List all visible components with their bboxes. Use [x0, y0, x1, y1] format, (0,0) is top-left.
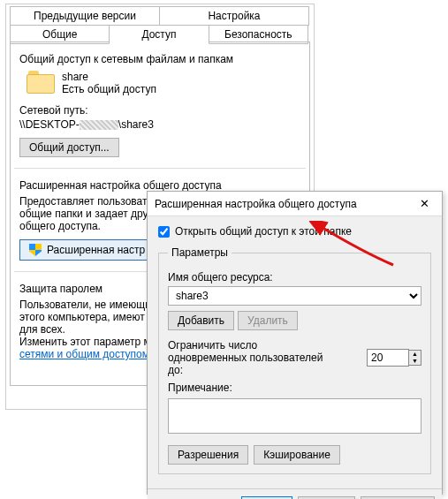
share-state: Есть общий доступ — [62, 83, 156, 95]
note-label: Примечание: — [168, 382, 421, 394]
advanced-sharing-dialog: Расширенная настройка общего доступа ✕ О… — [147, 191, 443, 495]
add-button[interactable]: Добавить — [168, 311, 234, 330]
caching-button[interactable]: Кэширование — [254, 445, 340, 465]
dialog-title: Расширенная настройка общего доступа — [155, 198, 357, 210]
tab-sharing[interactable]: Доступ — [109, 25, 209, 44]
share-name-label: Имя общего ресурса: — [168, 271, 421, 284]
uac-shield-icon — [29, 244, 42, 256]
tab-customize[interactable]: Настройка — [159, 6, 309, 26]
share-folder-checkbox[interactable] — [158, 226, 170, 238]
share-folder-checkbox-row[interactable]: Открыть общий доступ к этой папке — [158, 225, 431, 238]
spinner-down[interactable]: ▼ — [409, 358, 421, 365]
spinner-up[interactable]: ▲ — [409, 351, 421, 358]
parameters-legend: Параметры — [168, 246, 232, 259]
permissions-button[interactable]: Разрешения — [168, 445, 248, 465]
network-path-label: Сетевой путь: — [19, 104, 300, 117]
network-sharing-center-link[interactable]: сетями и общим доступом — [19, 348, 149, 360]
share-name-combo[interactable]: share3 — [168, 286, 421, 306]
network-path-value: \\DESKTOP-\share3 — [19, 118, 300, 131]
limit-users-spinner[interactable]: ▲▼ — [367, 349, 421, 367]
properties-tabs: Предыдущие версии Настройка Общие Доступ… — [10, 6, 310, 43]
limit-users-label: Ограничить число одновременных пользоват… — [168, 339, 336, 376]
share-folder-checkbox-label: Открыть общий доступ к этой папке — [175, 225, 352, 238]
folder-icon — [27, 71, 55, 95]
share-button[interactable]: Общий доступ... — [19, 138, 119, 157]
folder-name: share — [62, 71, 156, 83]
redacted-hostname — [80, 120, 118, 130]
limit-users-input[interactable] — [367, 349, 409, 367]
remove-button: Удалить — [238, 311, 298, 330]
note-textarea[interactable] — [168, 398, 421, 434]
tab-previous-versions[interactable]: Предыдущие версии — [10, 6, 160, 26]
network-sharing-label: Общий доступ к сетевым файлам и папкам — [19, 53, 300, 65]
parameters-group: Параметры Имя общего ресурса: share3 Доб… — [158, 246, 431, 474]
advanced-sharing-title: Расширенная настройка общего доступа — [19, 179, 300, 192]
close-icon[interactable]: ✕ — [414, 197, 435, 210]
